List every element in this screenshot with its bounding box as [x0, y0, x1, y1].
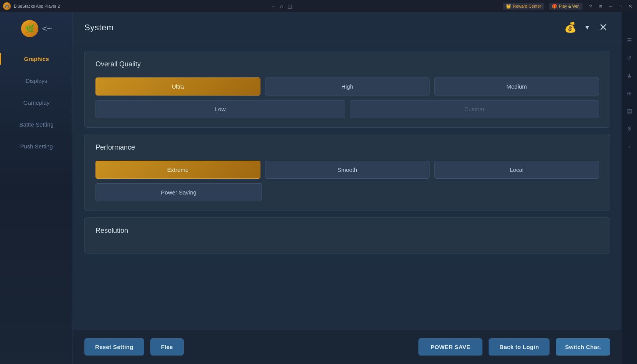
right-panel: ☰ ↺ ♟ ⊞ ▤ ⚙ ↓: [622, 12, 637, 364]
quality-btn-ultra[interactable]: Ultra: [95, 77, 260, 96]
bottom-bar: Reset Setting Flee POWER SAVE Back to Lo…: [73, 329, 622, 364]
win-controls: ? ≡ ─ □ ✕: [587, 3, 634, 9]
close-btn[interactable]: ✕: [627, 3, 634, 9]
quality-bottom-row: Low Custom: [95, 100, 599, 118]
right-icon-5[interactable]: ⚙: [624, 124, 634, 133]
performance-card: Performance Extreme Smooth Local Power S…: [84, 134, 610, 211]
title-bar-nav: ← ⌂ ◫: [270, 3, 292, 9]
sidebar-label-battle-setting: Battle Setting: [19, 121, 53, 128]
sidebar-nav: Graphics Displays Gameplay Battle Settin…: [0, 49, 73, 156]
sidebar-item-battle-setting[interactable]: Battle Setting: [0, 114, 73, 135]
performance-bottom-row: Power Saving: [95, 183, 599, 201]
title-bar-left: 🎮 BlueStacks App Player 2: [3, 2, 60, 10]
dropdown-chevron[interactable]: ▼: [584, 24, 590, 31]
sidebar-logo: 🌿 <~: [21, 20, 52, 37]
perf-btn-local[interactable]: Local: [434, 161, 599, 179]
perf-btn-extreme[interactable]: Extreme: [95, 161, 260, 179]
title-bar-right: 👑 Reward Center 🎁 Play & Win ? ≡ ─ □ ✕: [503, 3, 634, 10]
top-bar-right: 💰 ▼ ✕: [563, 20, 610, 35]
help-btn[interactable]: ?: [587, 3, 594, 9]
content-area: System 💰 ▼ ✕ Overall Quality Ultra High …: [73, 12, 622, 364]
main-container: 🌿 <~ Graphics Displays Gameplay Battle S…: [0, 12, 637, 364]
sidebar-item-push-setting[interactable]: Push Setting: [0, 136, 73, 156]
perf-btn-power-saving[interactable]: Power Saving: [95, 183, 262, 201]
nav-bookmark[interactable]: ◫: [288, 3, 292, 9]
reward-center-btn[interactable]: 👑 Reward Center: [503, 3, 544, 10]
right-icon-6[interactable]: ↓: [624, 141, 634, 151]
bag-icon[interactable]: 💰: [563, 20, 578, 35]
gift-icon: 🎁: [552, 4, 557, 9]
quality-btn-custom[interactable]: Custom: [350, 100, 599, 118]
minimize-btn[interactable]: ─: [607, 3, 614, 9]
scroll-content: Overall Quality Ultra High Medium Low Cu…: [73, 43, 622, 329]
flee-btn[interactable]: Flee: [150, 338, 184, 356]
perf-btn-smooth[interactable]: Smooth: [265, 161, 430, 179]
app-title: BlueStacks App Player 2: [14, 4, 60, 8]
play-win-label: Play & Win: [559, 4, 579, 8]
nav-back[interactable]: ←: [270, 3, 275, 9]
close-dialog-btn[interactable]: ✕: [596, 21, 610, 35]
right-icon-1[interactable]: ↺: [624, 53, 634, 63]
sidebar-item-gameplay[interactable]: Gameplay: [0, 92, 73, 113]
resolution-title: Resolution: [95, 227, 599, 235]
page-title: System: [84, 23, 114, 33]
crown-icon: 👑: [506, 4, 511, 9]
reset-setting-btn[interactable]: Reset Setting: [84, 338, 144, 356]
sidebar-label-push-setting: Push Setting: [20, 143, 53, 150]
sidebar-label-gameplay: Gameplay: [23, 99, 49, 106]
logo-arrows: <~: [42, 24, 52, 34]
app-icon: 🎮: [3, 2, 11, 10]
play-win-btn[interactable]: 🎁 Play & Win: [549, 3, 583, 10]
overall-quality-card: Overall Quality Ultra High Medium Low Cu…: [84, 51, 610, 128]
reward-center-label: Reward Center: [513, 4, 541, 8]
power-save-btn[interactable]: POWER SAVE: [418, 338, 483, 356]
top-bar: System 💰 ▼ ✕: [73, 12, 622, 43]
sidebar-item-displays[interactable]: Displays: [0, 71, 73, 91]
performance-top-row: Extreme Smooth Local: [95, 161, 599, 179]
logo-icon: 🌿: [21, 20, 38, 37]
maximize-btn[interactable]: □: [617, 3, 624, 9]
resolution-card: Resolution: [84, 217, 610, 254]
nav-home[interactable]: ⌂: [280, 3, 283, 9]
back-to-login-btn[interactable]: Back to Login: [489, 338, 550, 356]
sidebar-label-graphics: Graphics: [24, 56, 49, 62]
right-icon-3[interactable]: ⊞: [624, 88, 634, 98]
switch-char-btn[interactable]: Switch Char.: [556, 338, 610, 356]
right-icon-2[interactable]: ♟: [624, 71, 634, 81]
quality-btn-low[interactable]: Low: [95, 100, 345, 118]
quality-btn-medium[interactable]: Medium: [434, 77, 599, 96]
overall-quality-title: Overall Quality: [95, 60, 599, 68]
title-bar: 🎮 BlueStacks App Player 2 ← ⌂ ◫ 👑 Reward…: [0, 0, 637, 12]
right-icon-4[interactable]: ▤: [624, 106, 634, 116]
quality-btn-high[interactable]: High: [265, 77, 430, 96]
sidebar-label-displays: Displays: [26, 77, 48, 84]
right-icon-0[interactable]: ☰: [624, 35, 634, 45]
sidebar-item-graphics[interactable]: Graphics: [0, 49, 73, 69]
performance-title: Performance: [95, 143, 599, 152]
sidebar: 🌿 <~ Graphics Displays Gameplay Battle S…: [0, 12, 73, 364]
quality-top-row: Ultra High Medium: [95, 77, 599, 96]
hamburger-btn[interactable]: ≡: [597, 3, 604, 9]
